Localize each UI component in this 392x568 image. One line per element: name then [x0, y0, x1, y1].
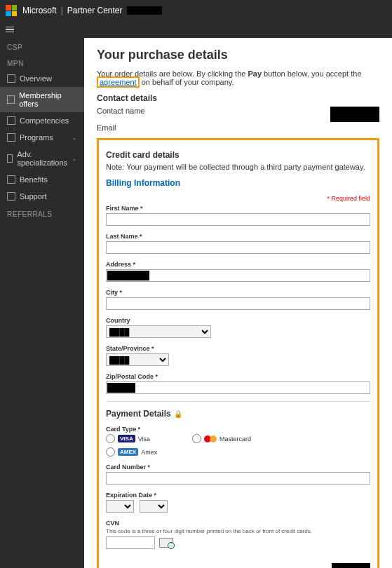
divider — [106, 401, 370, 402]
country-select[interactable]: ████ — [106, 325, 211, 338]
divider: | — [61, 6, 63, 15]
mastercard-icon — [204, 435, 217, 443]
contact-name-row: Contact name — [97, 106, 379, 123]
last-name-label: Last Name * — [106, 233, 370, 240]
card-back-icon — [159, 538, 173, 548]
sidebar-item-overview[interactable]: Overview — [0, 70, 84, 87]
top-bar: Microsoft | Partner Center — [0, 0, 392, 21]
pay-word: Pay — [248, 69, 262, 78]
overview-icon — [7, 74, 15, 83]
card-number-label: Card Number * — [106, 464, 370, 471]
chevron-down-icon: ⌄ — [72, 134, 77, 141]
sidebar-item-advspec[interactable]: Adv. specializations ⌄ — [0, 146, 84, 171]
redacted-contact — [330, 107, 379, 122]
menu-bar — [0, 21, 392, 38]
brand-label: Microsoft — [22, 6, 57, 15]
redacted-address — [107, 271, 149, 280]
cvn-input[interactable] — [106, 536, 155, 549]
card-option-amex[interactable]: AMEX Amex — [106, 447, 157, 457]
billing-heading: Billing Information — [106, 178, 370, 188]
last-name-input[interactable] — [106, 241, 370, 254]
sidebar-item-label: Adv. specializations — [17, 150, 67, 167]
sidebar-item-label: Competencies — [20, 116, 69, 125]
lock-icon: 🔒 — [174, 410, 182, 418]
product-label: Partner Center — [67, 6, 123, 15]
sidebar-item-label: Support — [20, 192, 47, 201]
agreement-link[interactable]: agreement — [97, 76, 140, 88]
visa-radio[interactable] — [106, 434, 115, 443]
required-note: * Required field — [106, 195, 370, 202]
sidebar-item-support[interactable]: Support — [0, 188, 84, 205]
page-title: Your purchase details — [97, 48, 379, 62]
cc-heading: Credit card details — [106, 150, 370, 160]
credit-card-panel: Credit card details Note: Your payment w… — [97, 138, 379, 568]
contact-email-row: Email — [97, 123, 379, 133]
sidebar-section-mpn: MPN — [0, 54, 84, 70]
cvn-label: CVN — [106, 520, 370, 527]
sidebar-section-referrals: REFERRALS — [0, 205, 84, 221]
city-label: City * — [106, 289, 370, 296]
amex-radio[interactable] — [106, 447, 115, 457]
redacted-user — [127, 6, 162, 15]
intro-text: Your order details are below. By clickin… — [97, 69, 379, 86]
payment-heading: Payment Details 🔒 — [106, 409, 370, 419]
programs-icon — [7, 133, 15, 142]
benefits-icon — [7, 175, 15, 184]
microsoft-logo-icon — [6, 5, 17, 16]
zip-label: Zip/Postal Code * — [106, 373, 370, 380]
sidebar-item-label: Programs — [20, 133, 53, 142]
sidebar-item-label: Benefits — [20, 175, 48, 184]
address-input[interactable] — [106, 269, 370, 282]
country-label: Country — [106, 317, 370, 324]
mastercard-radio[interactable] — [192, 434, 201, 443]
sidebar: CSP MPN Overview Membership offers Compe… — [0, 38, 84, 568]
city-input[interactable] — [106, 297, 370, 310]
exp-year-select[interactable] — [140, 500, 168, 513]
chevron-down-icon: ⌄ — [72, 155, 77, 162]
expiration-label: Expiration Date * — [106, 492, 370, 499]
first-name-input[interactable] — [106, 213, 370, 226]
state-label: State/Province * — [106, 345, 370, 352]
sidebar-item-benefits[interactable]: Benefits — [0, 171, 84, 188]
advspec-icon — [7, 154, 13, 163]
card-type-label: Card Type * — [106, 426, 370, 433]
main-content: Your purchase details Your order details… — [84, 38, 392, 568]
sidebar-item-label: Membership offers — [19, 91, 77, 108]
first-name-label: First Name * — [106, 205, 370, 212]
cc-note: Note: Your payment will be collected thr… — [106, 163, 370, 171]
sidebar-item-membership[interactable]: Membership offers — [0, 87, 84, 112]
cvn-description: This code is a three or four digit numbe… — [106, 528, 370, 534]
competencies-icon — [7, 116, 15, 125]
address-label: Address * — [106, 261, 370, 268]
card-number-input[interactable] — [106, 472, 370, 485]
sidebar-item-programs[interactable]: Programs ⌄ — [0, 129, 84, 146]
visa-icon: VISA — [118, 435, 135, 442]
redacted-zip — [107, 383, 135, 393]
membership-icon — [7, 95, 15, 104]
state-select[interactable]: ████ — [106, 353, 169, 366]
zip-input[interactable] — [106, 381, 370, 394]
card-option-visa[interactable]: VISA Visa — [106, 434, 150, 443]
card-option-mastercard[interactable]: Mastercard — [192, 434, 251, 443]
support-icon — [7, 192, 15, 201]
contact-heading: Contact details — [97, 93, 379, 103]
exp-month-select[interactable] — [106, 500, 134, 513]
contact-email-label: Email — [97, 123, 116, 132]
sidebar-item-competencies[interactable]: Competencies — [0, 112, 84, 129]
sidebar-item-label: Overview — [20, 74, 52, 83]
pay-button[interactable]: Pay — [332, 563, 370, 568]
sidebar-section-csp: CSP — [0, 38, 84, 54]
contact-name-label: Contact name — [97, 107, 144, 122]
amex-icon: AMEX — [118, 448, 138, 456]
hamburger-icon[interactable] — [6, 27, 14, 33]
